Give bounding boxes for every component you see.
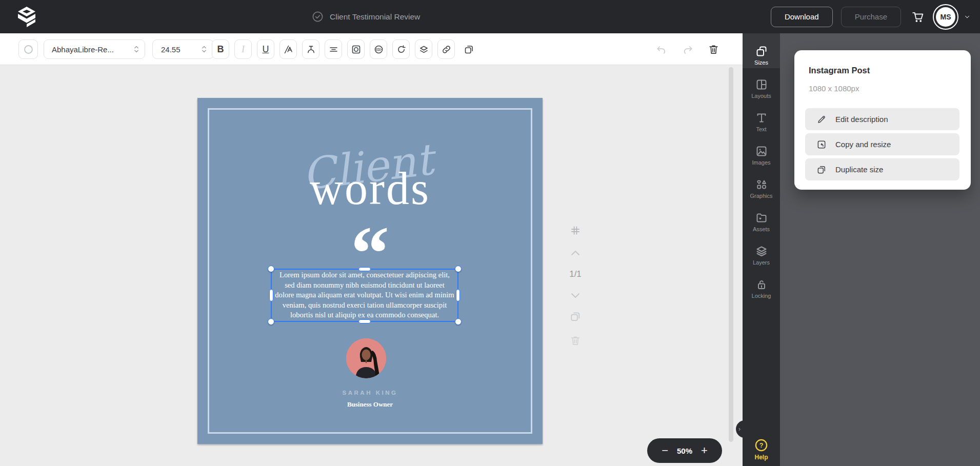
selection-handle-nw[interactable] — [268, 266, 274, 272]
zoom-out-button[interactable]: − — [662, 445, 668, 456]
account-avatar[interactable]: MS — [933, 4, 958, 30]
duplicate-size-button[interactable]: Duplicate size — [805, 158, 959, 180]
layouts-icon — [755, 78, 768, 91]
duplicate-page-button[interactable] — [567, 311, 584, 322]
font-family-value: AbhayaLibre-Re... — [52, 45, 114, 54]
selection-handle-sw[interactable] — [268, 318, 274, 325]
panel-collapse-button[interactable]: › — [736, 420, 750, 438]
selection-handle-n[interactable] — [358, 267, 371, 271]
text-path-button[interactable] — [302, 39, 319, 59]
testimonial-text: Lorem ipsum dolor sit amet, consectetuer… — [272, 270, 457, 321]
sidebar-item-text[interactable]: Text — [743, 112, 780, 132]
layer-order-icon — [418, 44, 429, 55]
sidebar-item-graphics[interactable]: Graphics — [743, 178, 780, 199]
cart-icon[interactable] — [911, 10, 925, 24]
purchase-button[interactable]: Purchase — [841, 7, 901, 27]
testimonial-line: Lorem ipsum dolor sit amet, consectetuer… — [272, 270, 457, 280]
grid-toggle-button[interactable] — [567, 225, 584, 236]
pencil-icon — [816, 114, 827, 125]
texture-button[interactable] — [370, 39, 387, 59]
testimonial-avatar-photo[interactable] — [346, 338, 386, 378]
design-artboard[interactable]: Client words “ Lorem ipsum dolor sit ame… — [197, 98, 543, 444]
sidebar-item-label: Graphics — [750, 193, 772, 199]
font-size-input[interactable]: 24.55 — [152, 39, 214, 59]
copy-and-resize-button[interactable]: Copy and resize — [805, 133, 959, 155]
selection-handle-se[interactable] — [455, 318, 462, 325]
card-button-label: Edit description — [835, 115, 888, 124]
text-path-icon — [306, 44, 316, 55]
check-circle-icon — [312, 11, 324, 23]
sidebar-item-label: Locking — [752, 293, 771, 299]
mask-frame-icon — [351, 44, 362, 55]
testimonial-line: sed diam nonummy nibh euismod tincidunt … — [272, 280, 457, 291]
card-button-label: Copy and resize — [835, 140, 891, 149]
trash-icon[interactable] — [708, 44, 719, 55]
locking-icon — [755, 278, 768, 291]
color-swatch-button[interactable] — [18, 39, 38, 59]
page-down-button[interactable] — [567, 291, 584, 299]
download-button[interactable]: Download — [771, 7, 833, 27]
avatar-initials: MS — [936, 7, 955, 27]
sizes-icon — [755, 45, 768, 57]
kittl-logo[interactable] — [17, 6, 36, 28]
undo-icon[interactable] — [655, 44, 667, 55]
layer-order-button[interactable] — [415, 39, 432, 59]
size-dimensions: 1080 x 1080px — [809, 84, 859, 93]
stepper-icon — [201, 45, 207, 54]
zoom-in-button[interactable]: + — [701, 445, 708, 456]
chevron-down-icon[interactable] — [964, 13, 971, 21]
right-sidebar: Sizes Layouts Text Images — [743, 33, 780, 466]
selection-handle-e[interactable] — [456, 289, 460, 301]
letter-spacing-button[interactable] — [279, 39, 297, 59]
font-family-select[interactable]: AbhayaLibre-Re... — [44, 39, 145, 59]
stepper-icon — [133, 45, 139, 54]
sidebar-item-layouts[interactable]: Layouts — [743, 78, 780, 99]
page-up-button[interactable] — [567, 249, 584, 257]
rotate-icon — [396, 44, 407, 55]
color-swatch-icon — [23, 44, 34, 55]
sidebar-item-label: Assets — [753, 226, 770, 232]
zoom-control: − 50% + — [647, 438, 722, 463]
help-button[interactable]: ? Help — [743, 438, 780, 461]
format-toolbar: AbhayaLibre-Re... 24.55 B I U — [0, 33, 743, 65]
mask-frame-button[interactable] — [347, 39, 365, 59]
canvas-workspace[interactable]: Client words “ Lorem ipsum dolor sit ame… — [0, 65, 743, 466]
person-portrait — [346, 338, 386, 378]
vertical-scrollbar[interactable] — [729, 67, 733, 442]
bold-button[interactable]: B — [212, 39, 229, 59]
redo-icon[interactable] — [682, 44, 694, 55]
sidebar-item-label: Sizes — [754, 59, 768, 66]
underline-button[interactable]: U — [257, 39, 274, 59]
selected-text-block[interactable]: Lorem ipsum dolor sit amet, consectetuer… — [271, 269, 458, 322]
author-name-text[interactable]: SARAH KING — [197, 390, 543, 396]
text-align-button[interactable] — [325, 39, 342, 59]
page-indicator: 1/1 — [563, 269, 588, 279]
duplicate-button[interactable] — [460, 39, 477, 59]
size-info-card: Instagram Post 1080 x 1080px Edit descri… — [794, 50, 971, 190]
testimonial-line: dolore magna aliquam erat volutpat. Ut w… — [272, 290, 457, 300]
sidebar-item-sizes[interactable]: Sizes — [743, 45, 780, 66]
selection-handle-s[interactable] — [358, 319, 371, 323]
sidebar-item-layers[interactable]: Layers — [743, 245, 780, 266]
sidebar-item-images[interactable]: Images — [743, 145, 780, 166]
headline-serif-text[interactable]: words — [310, 166, 430, 212]
grid-icon — [567, 225, 584, 236]
sidebar-item-assets[interactable]: Assets — [743, 212, 780, 232]
card-button-label: Duplicate size — [835, 165, 883, 174]
edit-description-button[interactable]: Edit description — [805, 108, 959, 130]
topbar-actions: Download Purchase MS — [771, 0, 971, 33]
copy-resize-icon — [816, 139, 827, 150]
selection-handle-ne[interactable] — [455, 266, 462, 272]
sidebar-item-label: Images — [752, 159, 770, 166]
sidebar-item-locking[interactable]: Locking — [743, 278, 780, 299]
text-icon — [755, 112, 768, 124]
testimonial-line: veniam, quis nostrud exerci tation ullam… — [272, 300, 457, 311]
text-align-icon — [328, 44, 339, 55]
sizes-panel: Instagram Post 1080 x 1080px Edit descri… — [780, 33, 980, 466]
italic-button[interactable]: I — [234, 39, 252, 59]
delete-page-button[interactable] — [567, 335, 584, 347]
rotate-button[interactable] — [392, 39, 410, 59]
link-button[interactable] — [437, 39, 455, 59]
selection-handle-w[interactable] — [269, 289, 273, 301]
author-role-text[interactable]: Business Owner — [197, 400, 543, 409]
